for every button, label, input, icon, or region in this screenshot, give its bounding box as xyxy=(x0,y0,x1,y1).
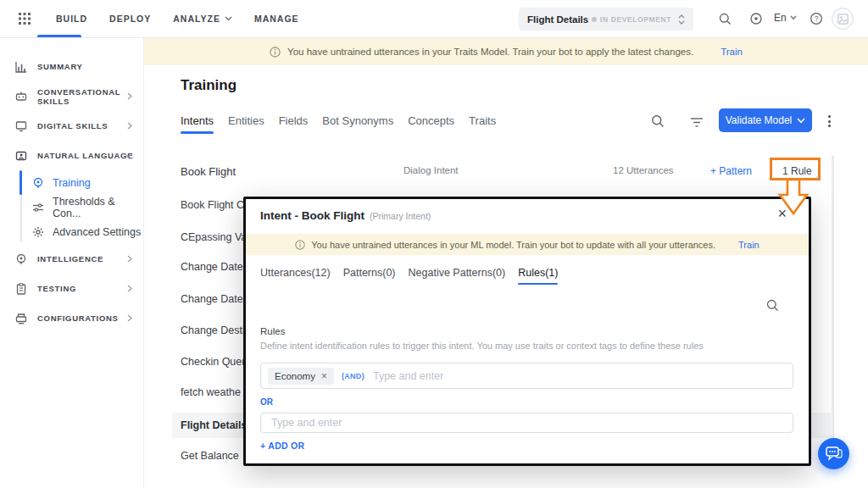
add-pattern-link[interactable]: + Pattern xyxy=(710,165,752,177)
configurations-icon xyxy=(15,313,27,324)
tab-fields[interactable]: Fields xyxy=(279,114,309,134)
list-item-selected[interactable]: Flight Details xyxy=(181,419,247,431)
image-icon xyxy=(837,14,849,25)
modal-banner-text: You have untrained utterances in your ML… xyxy=(311,240,715,250)
chip-remove-icon[interactable]: × xyxy=(321,370,327,382)
rule-chip-economy[interactable]: Economy × xyxy=(268,368,334,385)
tab-traits[interactable]: Traits xyxy=(469,114,496,134)
page-title: Training xyxy=(181,77,236,94)
rule-input-1[interactable] xyxy=(373,370,786,382)
modal-search-icon[interactable] xyxy=(766,299,779,312)
chevron-right-icon xyxy=(127,122,132,130)
search-icon[interactable] xyxy=(715,9,734,28)
modal-train-link[interactable]: Train xyxy=(738,240,760,250)
sidebar-label: DIGITAL SKILLS xyxy=(37,121,108,130)
nav-analyze[interactable]: ANALYZE xyxy=(173,14,232,24)
chevron-down-icon xyxy=(125,153,132,158)
rule-badge[interactable]: 1 Rule xyxy=(782,165,812,177)
close-icon[interactable]: × xyxy=(777,204,787,223)
tab-entities[interactable]: Entities xyxy=(228,114,264,134)
intent-modal: Intent - Book Flight (Primary Intent) × … xyxy=(243,197,811,466)
tab-patterns[interactable]: Patterns(0) xyxy=(343,267,396,285)
chat-fab-button[interactable] xyxy=(818,438,849,469)
list-item[interactable]: Book Flight C xyxy=(181,199,244,211)
active-tab-underline xyxy=(518,283,558,286)
sidebar-item-configurations[interactable]: CONFIGURATIONS xyxy=(0,303,144,333)
sidebar-label: NATURAL LANGUAGE xyxy=(37,151,133,160)
rule-input-2[interactable] xyxy=(261,413,793,432)
sidebar-item-intelligence[interactable]: INTELLIGENCE xyxy=(0,244,144,274)
avatar[interactable] xyxy=(832,8,854,30)
bot-selector[interactable]: Flight Details IN DEVELOPMENT xyxy=(519,8,693,30)
chevron-down-icon xyxy=(225,16,232,21)
untrained-utterances-banner: You have untrained utterances in your Tr… xyxy=(144,38,868,65)
list-search-icon[interactable] xyxy=(651,114,665,128)
tab-utterances[interactable]: Utterances(12) xyxy=(260,267,331,285)
bot-status-badge: IN DEVELOPMENT xyxy=(592,15,671,24)
clipboard-icon xyxy=(15,283,27,295)
sidebar: SUMMARY CONVERSATIONAL SKILLS DIGITAL SK… xyxy=(0,38,144,488)
nav-manage[interactable]: MANAGE xyxy=(254,14,299,24)
sidebar-item-conversational-skills[interactable]: CONVERSATIONAL SKILLS xyxy=(0,81,144,111)
rules-description: Define intent identification rules to tr… xyxy=(260,341,704,351)
language-selector[interactable]: En xyxy=(774,12,797,24)
validate-model-button[interactable]: Validate Model xyxy=(719,108,812,132)
list-item[interactable]: Change Date xyxy=(181,293,243,305)
sidebar-item-digital-skills[interactable]: DIGITAL SKILLS xyxy=(0,111,144,141)
utterance-count: 12 Utterances xyxy=(613,165,674,175)
chevron-down-icon xyxy=(797,118,805,124)
kebab-menu-icon[interactable] xyxy=(822,113,836,130)
active-nav-underline xyxy=(37,35,81,37)
bot-status-label: IN DEVELOPMENT xyxy=(600,15,671,24)
nav-deploy[interactable]: DEPLOY xyxy=(109,14,151,24)
sidebar-item-natural-language[interactable]: NATURAL LANGUAGE xyxy=(0,141,144,170)
rules-heading: Rules xyxy=(260,326,285,336)
list-item[interactable]: Get Balance xyxy=(181,450,239,462)
list-item[interactable]: fetch weathe xyxy=(181,386,241,398)
tab-bot-synonyms[interactable]: Bot Synonyms xyxy=(322,114,393,134)
chat-icon xyxy=(826,446,843,462)
sidebar-label: Thresholds & Con... xyxy=(53,196,144,219)
help-icon[interactable]: ? xyxy=(807,9,826,28)
list-item[interactable]: Checkin Quer xyxy=(181,356,245,368)
sidebar-label: TESTING xyxy=(37,284,76,293)
tab-rules[interactable]: Rules(1) xyxy=(518,267,558,285)
filter-icon[interactable] xyxy=(690,116,704,130)
list-item[interactable]: CEpassing Va xyxy=(181,231,247,243)
info-icon xyxy=(270,47,281,58)
sidebar-item-testing[interactable]: TESTING xyxy=(0,274,144,303)
chevron-right-icon xyxy=(127,255,132,263)
tab-label: Rules(1) xyxy=(518,267,558,279)
intent-name[interactable]: Book Flight xyxy=(181,165,236,178)
chevron-down-icon xyxy=(790,15,797,20)
app-grid-icon[interactable] xyxy=(15,9,34,28)
list-item[interactable]: Change Date xyxy=(181,261,243,273)
language-label: En xyxy=(774,12,787,24)
list-item[interactable]: Change Desti xyxy=(181,324,245,336)
nav-build[interactable]: BUILD xyxy=(56,14,87,24)
target-icon[interactable] xyxy=(747,9,765,28)
info-icon xyxy=(295,240,305,250)
sliders-icon xyxy=(32,202,44,214)
modal-tabs: Utterances(12) Patterns(0) Negative Patt… xyxy=(260,267,558,285)
sidebar-item-summary[interactable]: SUMMARY xyxy=(0,52,144,81)
sidebar-label: Training xyxy=(53,177,91,189)
or-label: OR xyxy=(260,397,273,407)
train-link[interactable]: Train xyxy=(721,47,743,57)
validate-model-label: Validate Model xyxy=(726,114,793,126)
tab-negative-patterns[interactable]: Negative Patterns(0) xyxy=(409,267,506,285)
sidebar-label: SUMMARY xyxy=(37,62,83,71)
table-row[interactable]: Book Flight Dialog Intent 12 Utterances … xyxy=(144,159,832,186)
rule-input-row-2 xyxy=(260,413,793,433)
tab-intents[interactable]: Intents xyxy=(181,114,214,134)
rule-input-row-1: Economy × (AND) xyxy=(260,363,793,389)
chip-label: Economy xyxy=(275,371,315,381)
add-or-button[interactable]: + ADD OR xyxy=(260,441,304,451)
chevron-right-icon xyxy=(127,285,132,292)
active-tab-underline xyxy=(181,131,214,134)
skills-icon xyxy=(15,91,27,103)
submenu-active-indicator xyxy=(19,170,22,195)
svg-text:?: ? xyxy=(815,14,819,23)
tab-concepts[interactable]: Concepts xyxy=(408,114,454,134)
and-operator-label: (AND) xyxy=(342,372,364,380)
